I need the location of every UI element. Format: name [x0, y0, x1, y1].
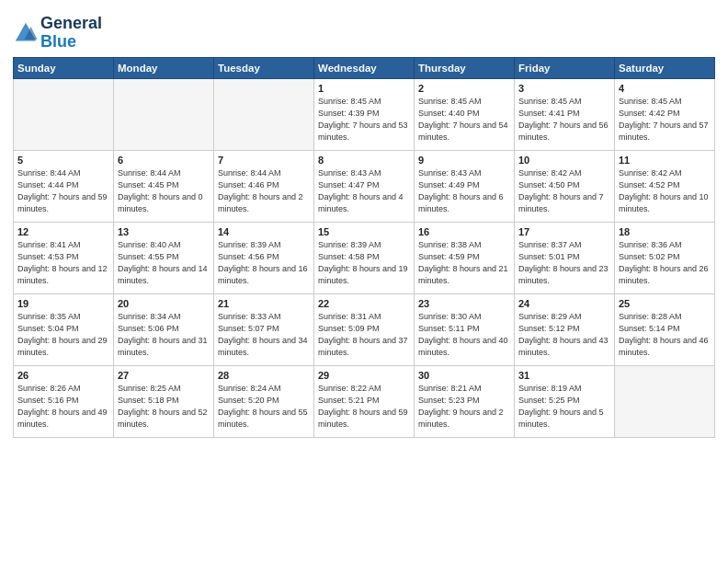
calendar-cell: 14Sunrise: 8:39 AMSunset: 4:56 PMDayligh… — [214, 222, 314, 293]
calendar-cell: 24Sunrise: 8:29 AMSunset: 5:12 PMDayligh… — [515, 293, 615, 365]
day-daylight: Daylight: 8 hours and 16 minutes. — [218, 264, 308, 285]
day-sunset: Sunset: 4:40 PM — [418, 109, 480, 118]
day-sunrise: Sunrise: 8:36 AM — [619, 240, 682, 249]
day-sunrise: Sunrise: 8:40 AM — [118, 240, 181, 249]
day-daylight: Daylight: 8 hours and 23 minutes. — [518, 264, 609, 285]
header-row: General Blue — [13, 11, 715, 52]
day-number: 17 — [518, 225, 610, 239]
day-number: 6 — [118, 154, 210, 167]
day-sunset: Sunset: 4:59 PM — [418, 252, 480, 261]
day-sunrise: Sunrise: 8:34 AM — [118, 312, 181, 321]
day-number: 7 — [218, 154, 310, 167]
calendar-cell: 10Sunrise: 8:42 AMSunset: 4:50 PMDayligh… — [515, 150, 615, 222]
calendar-week-2: 5Sunrise: 8:44 AMSunset: 4:44 PMDaylight… — [14, 150, 715, 222]
weekday-header-sunday: Sunday — [14, 57, 114, 78]
day-daylight: Daylight: 8 hours and 43 minutes. — [518, 336, 609, 357]
day-daylight: Daylight: 8 hours and 49 minutes. — [17, 408, 108, 429]
day-number: 18 — [619, 225, 711, 239]
day-sunset: Sunset: 5:02 PM — [619, 252, 680, 261]
day-number: 26 — [17, 369, 109, 383]
weekday-header-thursday: Thursday — [415, 57, 515, 78]
calendar-cell: 19Sunrise: 8:35 AMSunset: 5:04 PMDayligh… — [14, 293, 114, 365]
weekday-header-wednesday: Wednesday — [314, 57, 415, 78]
calendar-cell: 27Sunrise: 8:25 AMSunset: 5:18 PMDayligh… — [114, 365, 214, 437]
day-daylight: Daylight: 8 hours and 6 minutes. — [418, 192, 504, 213]
day-sunrise: Sunrise: 8:22 AM — [318, 384, 381, 393]
day-daylight: Daylight: 8 hours and 37 minutes. — [318, 336, 408, 357]
day-sunrise: Sunrise: 8:26 AM — [17, 384, 81, 393]
day-number: 25 — [619, 297, 711, 311]
logo: General Blue — [13, 15, 102, 52]
day-number: 5 — [17, 154, 109, 167]
calendar-cell: 29Sunrise: 8:22 AMSunset: 5:21 PMDayligh… — [314, 365, 415, 437]
day-daylight: Daylight: 8 hours and 4 minutes. — [318, 192, 404, 213]
day-daylight: Daylight: 7 hours and 56 minutes. — [518, 121, 609, 142]
calendar-cell: 9Sunrise: 8:43 AMSunset: 4:49 PMDaylight… — [415, 150, 515, 222]
calendar-cell: 31Sunrise: 8:19 AMSunset: 5:25 PMDayligh… — [515, 365, 615, 437]
day-sunset: Sunset: 4:46 PM — [218, 180, 279, 190]
calendar-cell — [114, 78, 214, 150]
logo-general: General — [40, 14, 102, 32]
day-daylight: Daylight: 8 hours and 59 minutes. — [318, 408, 408, 429]
day-daylight: Daylight: 7 hours and 59 minutes. — [17, 192, 108, 213]
day-daylight: Daylight: 8 hours and 12 minutes. — [17, 264, 108, 285]
day-sunset: Sunset: 4:45 PM — [118, 180, 179, 190]
logo-text: General Blue — [40, 15, 102, 52]
day-sunrise: Sunrise: 8:44 AM — [17, 168, 81, 178]
day-sunset: Sunset: 4:39 PM — [318, 109, 380, 118]
weekday-header-row: SundayMondayTuesdayWednesdayThursdayFrid… — [14, 57, 715, 78]
weekday-header-tuesday: Tuesday — [214, 57, 314, 78]
day-sunset: Sunset: 5:09 PM — [318, 324, 380, 333]
day-sunset: Sunset: 5:20 PM — [218, 396, 279, 405]
day-daylight: Daylight: 8 hours and 14 minutes. — [118, 264, 208, 285]
weekday-header-friday: Friday — [515, 57, 615, 78]
day-sunrise: Sunrise: 8:29 AM — [518, 312, 582, 321]
day-sunset: Sunset: 4:49 PM — [418, 180, 480, 190]
day-number: 10 — [518, 154, 610, 167]
day-sunrise: Sunrise: 8:43 AM — [418, 168, 482, 178]
calendar-cell: 18Sunrise: 8:36 AMSunset: 5:02 PMDayligh… — [615, 222, 715, 293]
day-sunset: Sunset: 4:50 PM — [518, 180, 580, 190]
day-number: 22 — [318, 297, 410, 311]
day-sunrise: Sunrise: 8:42 AM — [518, 168, 582, 178]
day-number: 8 — [318, 154, 410, 167]
logo-blue: Blue — [40, 32, 76, 51]
day-sunset: Sunset: 5:23 PM — [418, 396, 480, 405]
day-sunrise: Sunrise: 8:21 AM — [418, 384, 482, 393]
day-sunset: Sunset: 5:07 PM — [218, 324, 279, 333]
day-sunrise: Sunrise: 8:44 AM — [118, 168, 181, 178]
day-daylight: Daylight: 8 hours and 10 minutes. — [619, 192, 709, 213]
day-daylight: Daylight: 8 hours and 26 minutes. — [619, 264, 709, 285]
calendar-cell: 25Sunrise: 8:28 AMSunset: 5:14 PMDayligh… — [615, 293, 715, 365]
day-sunrise: Sunrise: 8:45 AM — [418, 97, 482, 106]
day-sunset: Sunset: 4:55 PM — [118, 252, 179, 261]
calendar-cell: 13Sunrise: 8:40 AMSunset: 4:55 PMDayligh… — [114, 222, 214, 293]
day-number: 28 — [218, 369, 310, 383]
day-sunset: Sunset: 5:21 PM — [318, 396, 380, 405]
day-number: 29 — [318, 369, 410, 383]
calendar-cell: 11Sunrise: 8:42 AMSunset: 4:52 PMDayligh… — [615, 150, 715, 222]
day-sunrise: Sunrise: 8:45 AM — [619, 97, 682, 106]
weekday-header-monday: Monday — [114, 57, 214, 78]
day-daylight: Daylight: 8 hours and 40 minutes. — [418, 336, 508, 357]
day-number: 9 — [418, 154, 510, 167]
day-sunrise: Sunrise: 8:33 AM — [218, 312, 281, 321]
day-daylight: Daylight: 8 hours and 34 minutes. — [218, 336, 308, 357]
day-daylight: Daylight: 9 hours and 5 minutes. — [518, 408, 604, 429]
calendar-cell: 21Sunrise: 8:33 AMSunset: 5:07 PMDayligh… — [214, 293, 314, 365]
calendar-cell: 6Sunrise: 8:44 AMSunset: 4:45 PMDaylight… — [114, 150, 214, 222]
day-number: 21 — [218, 297, 310, 311]
calendar-cell: 7Sunrise: 8:44 AMSunset: 4:46 PMDaylight… — [214, 150, 314, 222]
day-number: 15 — [318, 225, 410, 239]
calendar-cell: 5Sunrise: 8:44 AMSunset: 4:44 PMDaylight… — [14, 150, 114, 222]
day-daylight: Daylight: 8 hours and 46 minutes. — [619, 336, 709, 357]
calendar-week-3: 12Sunrise: 8:41 AMSunset: 4:53 PMDayligh… — [14, 222, 715, 293]
calendar-cell: 28Sunrise: 8:24 AMSunset: 5:20 PMDayligh… — [214, 365, 314, 437]
day-number: 13 — [118, 225, 210, 239]
day-sunset: Sunset: 4:47 PM — [318, 180, 380, 190]
day-daylight: Daylight: 8 hours and 19 minutes. — [318, 264, 408, 285]
day-number: 16 — [418, 225, 510, 239]
day-number: 27 — [118, 369, 210, 383]
day-sunrise: Sunrise: 8:39 AM — [218, 240, 281, 249]
day-number: 12 — [17, 225, 109, 239]
